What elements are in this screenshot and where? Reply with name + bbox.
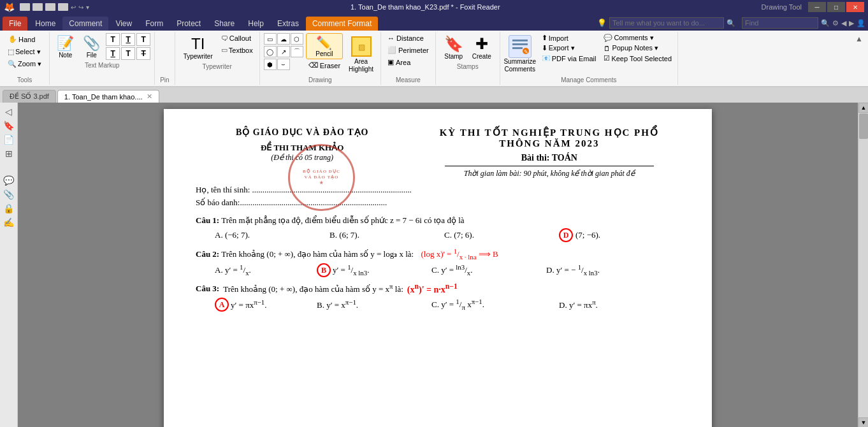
qat-icon-open[interactable] <box>33 3 43 11</box>
tab-extras[interactable]: Extras <box>271 17 305 31</box>
btn-export[interactable]: ⬇Export ▾ <box>540 43 598 53</box>
tab-comment-format[interactable]: Comment Format <box>306 17 378 31</box>
btn-polygon[interactable]: ⬡ <box>291 33 303 45</box>
btn-summarize-comments[interactable]: ✎ SummarizeComments <box>504 33 536 75</box>
btn-textbox[interactable]: ▭ Textbox <box>219 45 256 55</box>
btn-perimeter[interactable]: ⬜Perimeter <box>385 45 431 55</box>
sidebar-nav-icon[interactable]: ◁ <box>5 106 12 117</box>
svg-rect-2 <box>512 40 528 41</box>
btn-highlight-t1[interactable]: T <box>106 33 120 46</box>
doc-tab-1[interactable]: ĐỀ SỐ 3.pdf <box>3 90 56 103</box>
btn-curve[interactable]: ⌣ <box>277 59 290 70</box>
scroll-up-btn[interactable]: ▲ <box>858 103 868 113</box>
btn-file[interactable]: 📎 File <box>80 33 103 61</box>
btn-popup-notes[interactable]: 🗒Popup Notes ▾ <box>602 43 674 53</box>
btn-typewriter[interactable]: TI Typewriter <box>179 33 217 62</box>
tab-protect[interactable]: Protect <box>170 17 207 31</box>
qat-icon-save[interactable] <box>45 3 55 11</box>
btn-pencil[interactable]: ✏️ Pencil <box>306 33 343 59</box>
btn-keep-tool[interactable]: ☑Keep Tool Selected <box>602 54 674 63</box>
qat-icon-new[interactable] <box>20 3 30 11</box>
minimize-button[interactable]: ─ <box>808 2 826 12</box>
sidebar-bookmark-icon[interactable]: 🔖 <box>3 120 14 131</box>
btn-highlight-t3[interactable]: T <box>136 33 150 46</box>
find-prev-icon[interactable]: ◀ <box>841 19 846 27</box>
tab-home[interactable]: Home <box>29 17 62 31</box>
sidebar-lock-icon[interactable]: 🔒 <box>3 203 14 214</box>
doc-tab-2[interactable]: 1. Toan_De tham khao.... ✕ <box>57 90 159 103</box>
tab-share[interactable]: Share <box>208 17 241 31</box>
qat-undo[interactable]: ↩ <box>71 4 76 11</box>
find-input[interactable] <box>742 17 818 29</box>
maximize-button[interactable]: □ <box>827 2 845 12</box>
tab-help[interactable]: Help <box>242 17 270 31</box>
select-label: Select ▾ <box>15 48 41 56</box>
tab-file[interactable]: File <box>3 17 27 31</box>
btn-area-highlight[interactable]: ▨ AreaHighlight <box>345 33 377 75</box>
sidebar-attach-icon[interactable]: 📎 <box>3 189 14 199</box>
q3-label: Câu 3: <box>196 284 219 294</box>
btn-comments[interactable]: 💬Comments ▾ <box>602 33 674 43</box>
group-stamps-label: Stamps <box>441 62 495 70</box>
close-button[interactable]: ✕ <box>846 2 864 12</box>
btn-note[interactable]: 📝 Note <box>54 33 77 61</box>
find-next-icon[interactable]: ▶ <box>849 19 854 27</box>
help-input[interactable] <box>609 17 724 29</box>
btn-zoom[interactable]: 🔍 Zoom ▾ <box>5 59 44 69</box>
btn-highlight-t2[interactable]: T <box>121 33 135 46</box>
btn-polyline[interactable]: ⌒ <box>291 46 303 57</box>
qat-dropdown[interactable]: ▾ <box>86 4 89 11</box>
q2-ans-d: D. y′ = − 1/x ln3. <box>546 263 600 277</box>
help-search-area: 💡 🔍 🔍 ⚙ ◀ ▶ 👤 <box>597 17 865 31</box>
btn-ellipse[interactable]: ◯ <box>264 46 277 57</box>
stamp-seal: BỘ GIÁO DỤCVÀ ĐÀO TẠO★ <box>288 144 355 211</box>
title-text: 1. Toan_De tham khao_K23.pdf * - Foxit R… <box>351 3 500 11</box>
scroll-thumb[interactable] <box>859 113 868 139</box>
qat-icon-print[interactable] <box>58 3 68 11</box>
sidebar-layers-icon[interactable]: ⊞ <box>5 148 13 159</box>
distance-icon: ↔ <box>387 34 394 42</box>
btn-highlight-t5[interactable]: T <box>121 47 135 60</box>
btn-create[interactable]: ✚ Create <box>469 33 495 62</box>
btn-highlight-t4[interactable]: T <box>106 47 120 60</box>
q3-annotation: (xn)' = n·xn−1 <box>407 282 458 295</box>
stamp-text: BỘ GIÁO DỤCVÀ ĐÀO TẠO★ <box>303 169 340 186</box>
btn-arrow[interactable]: ↗ <box>277 46 290 57</box>
btn-eraser[interactable]: ⌫ Eraser <box>306 61 343 70</box>
question-3: Câu 3: Trên khoảng (0; + ∞), đạo hàm của… <box>196 282 680 295</box>
title-bar: 🦊 ↩ ↪ ▾ 1. Toan_De tham khao_K23.pdf * -… <box>0 0 868 14</box>
svg-text:✎: ✎ <box>523 49 528 55</box>
q2-ans-b-container: B y′ = 1/x ln3. <box>317 263 431 277</box>
btn-pdf-email[interactable]: 📧PDF via Email <box>540 54 598 63</box>
doc-tab-2-label: 1. Toan_De tham khao.... <box>64 93 143 101</box>
perimeter-icon: ⬜ <box>387 46 396 54</box>
btn-rect[interactable]: ▭ <box>264 33 277 45</box>
scroll-down-btn[interactable]: ▼ <box>858 417 868 427</box>
create-icon: ✚ <box>475 35 488 53</box>
sidebar-sign-icon[interactable]: ✍ <box>3 217 14 228</box>
doc-tab-2-close[interactable]: ✕ <box>147 92 152 101</box>
qat-redo[interactable]: ↪ <box>78 4 83 11</box>
tab-comment[interactable]: Comment <box>62 17 108 31</box>
btn-hexagon[interactable]: ⬢ <box>264 59 277 70</box>
btn-highlight-t6[interactable]: T <box>136 47 150 60</box>
tab-form[interactable]: Form <box>139 17 170 31</box>
q2-text: Trên khoảng (0; + ∞), đạo hàm của hàm số… <box>221 249 414 259</box>
tab-view[interactable]: View <box>109 17 138 31</box>
btn-import[interactable]: ⬆Import <box>540 33 598 43</box>
manage-right-col: ⬆Import ⬇Export ▾ 📧PDF via Email <box>540 33 598 75</box>
btn-callout[interactable]: 🗨 Callout <box>219 33 256 43</box>
btn-area[interactable]: ▣Area <box>385 57 431 68</box>
sidebar-comment-icon[interactable]: 💬 <box>3 175 14 185</box>
ribbon-expand-btn[interactable]: ▲ <box>853 32 865 85</box>
btn-hand[interactable]: ✋ Hand <box>5 33 44 45</box>
btn-cloud[interactable]: ☁ <box>277 33 290 45</box>
group-tools-label: Tools <box>5 75 44 83</box>
right-scrollbar[interactable]: ▲ ▼ <box>858 103 868 427</box>
btn-stamp[interactable]: 🔖 Stamp <box>441 33 467 62</box>
sidebar-page-icon[interactable]: 📄 <box>3 134 14 145</box>
btn-distance[interactable]: ↔Distance <box>385 33 431 43</box>
btn-select[interactable]: ⬚ Select ▾ <box>5 47 44 57</box>
ribbon: ✋ Hand ⬚ Select ▾ 🔍 Zoom ▾ Tools 📝 Note … <box>0 31 868 87</box>
import-label: Import <box>549 34 568 42</box>
